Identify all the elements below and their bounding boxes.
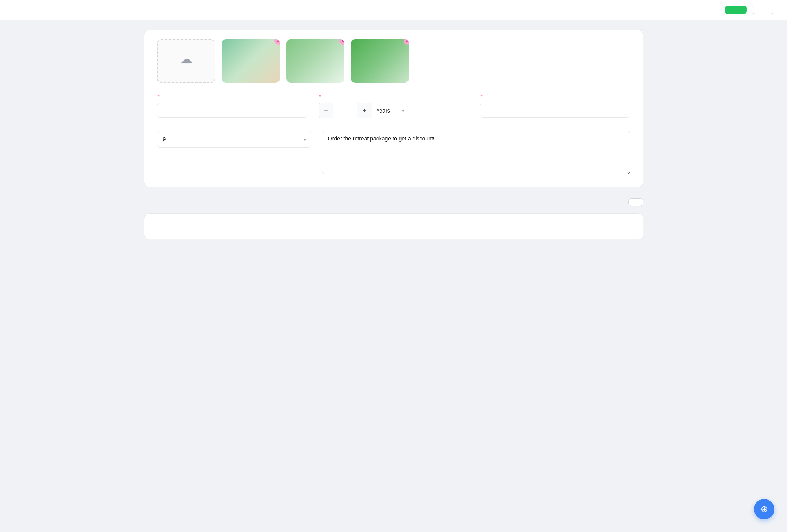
required-star-price: * — [481, 94, 483, 100]
top-bar — [0, 0, 787, 20]
services-table-header-row — [144, 228, 643, 240]
image-thumb-3: × — [351, 39, 409, 83]
cancel-button[interactable] — [752, 6, 774, 14]
images-row: ☁ × × × — [157, 39, 630, 83]
add-new-service-button[interactable] — [628, 198, 643, 206]
price-group: * — [480, 94, 630, 118]
col-header-service-name — [144, 228, 269, 240]
price-input[interactable] — [480, 103, 630, 118]
services-section-header — [144, 198, 643, 206]
services-table — [144, 228, 643, 240]
help-fab-icon: ⊕ — [761, 504, 768, 514]
services-table-head — [144, 228, 643, 240]
duration-unit-select[interactable]: Years Months Weeks Days Hours Minutes — [372, 103, 407, 118]
package-name-group: * — [157, 94, 307, 118]
main-content: ☁ × × × * — [130, 20, 657, 249]
upload-box[interactable]: ☁ — [157, 39, 215, 83]
col-header-action — [518, 228, 643, 240]
image-placeholder-2 — [286, 39, 344, 83]
duration-group: * − + Years Months Weeks Days Hours Minu… — [319, 94, 469, 118]
image-thumb-2: × — [286, 39, 344, 83]
image-placeholder-1 — [222, 39, 280, 83]
duration-minus-button[interactable]: − — [319, 103, 333, 118]
description-textarea[interactable]: Order the retreat package to get a disco… — [322, 131, 630, 174]
upload-icon: ☁ — [180, 52, 193, 66]
save-button[interactable] — [725, 6, 747, 14]
required-star-duration: * — [319, 94, 321, 100]
services-count — [144, 214, 643, 228]
services-card — [144, 213, 643, 240]
form-row-2: 123 456 789 10 ▾ Order the retreat packa… — [157, 128, 630, 174]
description-group: Order the retreat package to get a disco… — [322, 128, 630, 174]
image-thumb-1: × — [222, 39, 280, 83]
image-placeholder-3 — [351, 39, 409, 83]
duration-row: − + Years Months Weeks Days Hours Minute… — [319, 103, 469, 118]
header-actions — [725, 6, 774, 14]
duration-label: * — [319, 94, 469, 100]
package-name-input[interactable] — [157, 103, 307, 118]
package-name-label: * — [157, 94, 307, 100]
per-customer-limit-select[interactable]: 123 456 789 10 — [157, 131, 311, 148]
col-header-duration — [269, 228, 394, 240]
price-label: * — [480, 94, 630, 100]
per-customer-limit-group: 123 456 789 10 ▾ — [157, 128, 311, 174]
required-star-name: * — [158, 94, 160, 100]
duration-unit-wrapper: Years Months Weeks Days Hours Minutes ▾ — [372, 103, 407, 118]
per-customer-select-wrapper: 123 456 789 10 ▾ — [157, 131, 311, 148]
duration-plus-button[interactable]: + — [357, 103, 372, 118]
package-edit-card: ☁ × × × * — [144, 30, 643, 187]
form-row-1: * * − + Years Months Weeks — [157, 94, 630, 118]
duration-value — [333, 103, 357, 118]
col-header-no-of-appointments — [394, 228, 518, 240]
help-fab[interactable]: ⊕ — [754, 499, 774, 519]
